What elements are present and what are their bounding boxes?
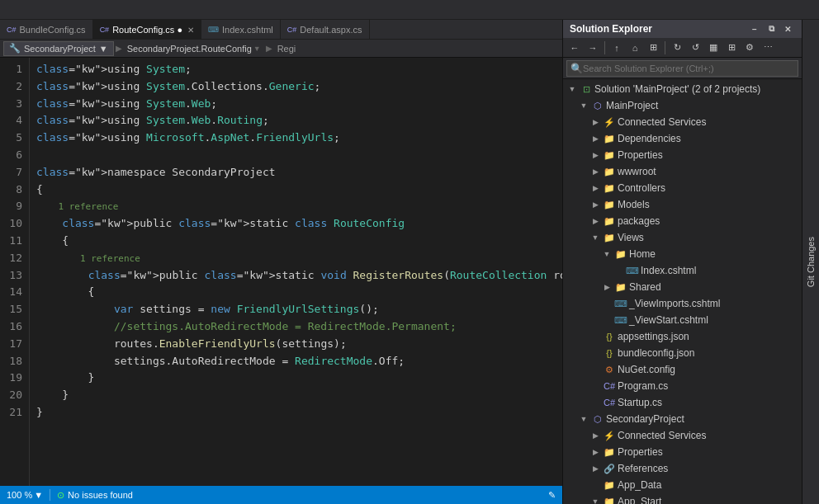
toolbar-btn-1[interactable]: →	[585, 40, 601, 56]
tree-arrow-connected2[interactable]: ▶	[589, 430, 601, 441]
toolbar-btn-5[interactable]: ↻	[669, 40, 685, 56]
tree-arrow-mainproject[interactable]: ▼	[578, 100, 589, 111]
tree-arrow-solution[interactable]: ▼	[566, 83, 578, 95]
toolbar-btn-7[interactable]: ▦	[705, 40, 722, 56]
tree-arrow-packages[interactable]: ▶	[589, 215, 601, 227]
tree-icon-controllers: 📁	[603, 181, 616, 195]
search-wrapper: 🔍	[566, 60, 798, 77]
tree-arrow-views[interactable]: ▼	[589, 232, 601, 243]
tree-item-index-cshtml[interactable]: ⌨Index.cshtml	[563, 262, 802, 279]
tree-item-startup-cs[interactable]: C#Startup.cs	[563, 394, 802, 411]
tree-label-index-cshtml: Index.cshtml	[641, 265, 696, 276]
pencil-icon[interactable]: ✎	[548, 490, 556, 501]
tree-item-secondaryproject[interactable]: ▼⬡SecondaryProject	[563, 411, 802, 427]
toolbar-btn-4[interactable]: ⊞	[645, 40, 661, 56]
tree-arrow-home[interactable]: ▼	[601, 248, 613, 260]
tree-arrow-connected1[interactable]: ▶	[589, 116, 601, 128]
tree-arrow-shared[interactable]: ▶	[601, 281, 613, 293]
tree-arrow-controllers[interactable]: ▶	[589, 182, 601, 194]
tab-close-routeconfig[interactable]: ✕	[187, 26, 194, 35]
solution-explorer-title-bar: Solution Explorer − ⧉ ✕	[563, 20, 802, 38]
panel-minimize-btn[interactable]: −	[747, 21, 762, 36]
tree-item-references[interactable]: ▶🔗References	[563, 460, 802, 477]
tree-item-models[interactable]: ▶📁Models	[563, 196, 802, 213]
tree-label-connected2: Connected Services	[618, 430, 706, 441]
tree-item-properties2[interactable]: ▶📁Properties	[563, 444, 802, 460]
solution-tree: ▼⊡Solution 'MainProject' (2 of 2 project…	[563, 79, 802, 504]
solution-explorer-toolbar: ←→↑⌂⊞↻↺▦⊞⚙⋯	[563, 38, 802, 58]
tree-arrow-properties2[interactable]: ▶	[589, 446, 601, 458]
tree-icon-solution: ⊡	[580, 82, 593, 96]
toolbar-btn-0[interactable]: ←	[566, 40, 583, 56]
tree-icon-program-cs: C#	[603, 379, 616, 393]
tree-item-appdata[interactable]: 📁App_Data	[563, 477, 802, 493]
tree-icon-properties1: 📁	[603, 148, 616, 162]
tree-item-nuget-config[interactable]: ⚙NuGet.config	[563, 361, 802, 378]
tree-item-properties1[interactable]: ▶📁Properties	[563, 147, 802, 163]
tree-arrow-appstart[interactable]: ▼	[589, 496, 601, 504]
tree-arrow-dependencies[interactable]: ▶	[589, 133, 601, 144]
toolbar-btn-3[interactable]: ⌂	[627, 40, 643, 56]
tree-item-mainproject[interactable]: ▼⬡MainProject	[563, 97, 802, 114]
toolbar-btn-8[interactable]: ⊞	[723, 40, 740, 56]
tab-label-index: Index.cshtml	[222, 25, 273, 35]
tree-item-packages[interactable]: ▶📁packages	[563, 213, 802, 229]
tab-label-default: Default.aspx.cs	[300, 25, 362, 35]
tree-item-views[interactable]: ▼📁Views	[563, 229, 802, 246]
toolbar-btn-2[interactable]: ↑	[608, 40, 625, 56]
tree-item-bundleconfig-json[interactable]: {}bundleconfig.json	[563, 345, 802, 361]
tree-item-appstart[interactable]: ▼📁App_Start	[563, 493, 802, 504]
tree-item-program-cs[interactable]: C#Program.cs	[563, 378, 802, 394]
tab-label-routeconfig: RouteConfig.cs ●	[112, 25, 182, 35]
tree-arrow-models[interactable]: ▶	[589, 199, 601, 210]
tree-item-shared[interactable]: ▶📁Shared	[563, 279, 802, 295]
search-input[interactable]	[583, 64, 794, 73]
tree-item-controllers[interactable]: ▶📁Controllers	[563, 180, 802, 196]
tab-default[interactable]: C#Default.aspx.cs	[281, 20, 370, 40]
zoom-value: 100 %	[7, 490, 32, 500]
git-changes-panel[interactable]: Git Changes	[802, 20, 819, 504]
toolbar-btn-9[interactable]: ⚙	[741, 40, 758, 56]
tab-icon-bundleconfig: C#	[7, 26, 17, 34]
code-content[interactable]: class="kw">using System;class="kw">using…	[30, 58, 562, 486]
toolbar-btn-10[interactable]: ⋯	[760, 40, 776, 56]
line-number-3: 3	[7, 96, 22, 113]
tree-item-appsettings[interactable]: {}appsettings.json	[563, 328, 802, 345]
tree-arrow-references[interactable]: ▶	[589, 463, 601, 474]
tab-routeconfig[interactable]: C#RouteConfig.cs ●✕	[93, 20, 201, 40]
tree-item-viewstart[interactable]: ⌨_ViewStart.cshtml	[563, 312, 802, 328]
tab-bundleconfig[interactable]: C#BundleConfig.cs	[0, 20, 93, 40]
panel-close-btn[interactable]: ✕	[780, 21, 795, 36]
tree-icon-properties2: 📁	[603, 445, 616, 459]
tree-icon-appsettings: {}	[603, 330, 616, 343]
project-dropdown[interactable]: 🔧 SecondaryProject ▼	[3, 41, 114, 56]
tab-index[interactable]: ⌨Index.cshtml	[201, 20, 281, 40]
line-number-12: 12	[7, 250, 22, 267]
code-line-2: class="kw">using System.Collections.Gene…	[36, 78, 556, 96]
status-bar: 100 % ▼ ⊙ No issues found ✎	[0, 486, 562, 504]
tree-item-viewimports[interactable]: ⌨_ViewImports.cshtml	[563, 295, 802, 312]
tree-item-connected2[interactable]: ▶⚡Connected Services	[563, 427, 802, 444]
tree-item-connected1[interactable]: ▶⚡Connected Services	[563, 114, 802, 130]
tree-item-dependencies[interactable]: ▶📁Dependencies	[563, 130, 802, 147]
tree-icon-nuget-config: ⚙	[603, 363, 616, 376]
zoom-control[interactable]: 100 % ▼	[7, 490, 43, 500]
panel-float-btn[interactable]: ⧉	[764, 21, 779, 36]
tree-item-wwwroot[interactable]: ▶📁wwwroot	[563, 163, 802, 180]
toolbar-sep-5	[665, 41, 665, 54]
code-line-5: class="kw">using Microsoft.AspNet.Friend…	[36, 130, 556, 147]
tree-arrow-wwwroot[interactable]: ▶	[589, 166, 601, 177]
location-path-label: SecondaryProject.RouteConfig	[127, 44, 252, 54]
tree-item-home[interactable]: ▼📁Home	[563, 246, 802, 262]
tree-arrow-appdata	[589, 479, 601, 491]
tree-label-nuget-config: NuGet.config	[618, 364, 675, 375]
tree-item-solution[interactable]: ▼⊡Solution 'MainProject' (2 of 2 project…	[563, 81, 802, 97]
tree-arrow-properties1[interactable]: ▶	[589, 149, 601, 161]
line-number-6: 6	[7, 147, 22, 164]
line-number-14: 14	[7, 284, 22, 301]
tree-arrow-secondaryproject[interactable]: ▼	[578, 413, 589, 425]
tree-icon-index-cshtml: ⌨	[626, 264, 639, 277]
toolbar-btn-6[interactable]: ↺	[687, 40, 703, 56]
location-bar: 🔧 SecondaryProject ▼ ▶ SecondaryProject.…	[0, 40, 562, 58]
code-line-21: }	[36, 404, 556, 422]
